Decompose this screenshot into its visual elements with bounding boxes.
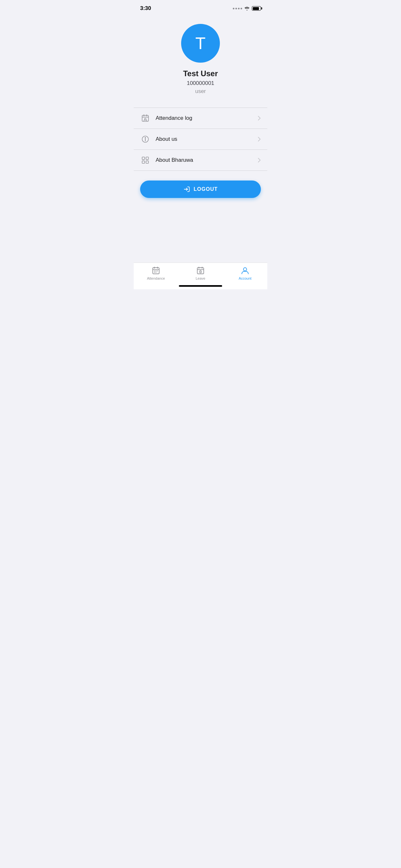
account-tab-label: Account	[239, 276, 251, 280]
menu-item-about-us[interactable]: About us	[134, 129, 267, 150]
logout-section: LOGOUT	[134, 171, 267, 208]
profile-section: T Test User 100000001 user	[134, 14, 267, 104]
battery-icon	[252, 6, 261, 11]
svg-point-29	[243, 268, 247, 271]
svg-rect-18	[156, 271, 157, 271]
info-circle-icon	[140, 134, 150, 144]
tab-leave[interactable]: Leave	[178, 266, 223, 280]
user-id: 100000001	[187, 80, 214, 87]
chevron-right-icon	[258, 136, 261, 142]
logout-button[interactable]: LOGOUT	[140, 181, 261, 198]
menu-item-about-bharuwa[interactable]: About Bharuwa	[134, 150, 267, 171]
tab-account[interactable]: Account	[223, 266, 267, 280]
logout-icon	[183, 186, 190, 193]
svg-rect-20	[154, 272, 155, 273]
svg-rect-19	[157, 271, 158, 271]
avatar: T	[181, 24, 220, 63]
svg-rect-8	[142, 157, 145, 159]
calendar-person-icon	[140, 113, 150, 123]
svg-rect-9	[146, 157, 149, 159]
wifi-icon	[244, 6, 250, 11]
svg-point-28	[200, 272, 201, 273]
user-name: Test User	[183, 69, 218, 78]
svg-rect-17	[154, 271, 155, 271]
account-tab-icon	[241, 266, 250, 275]
about-bharuwa-label: About Bharuwa	[156, 157, 258, 163]
attendance-log-label: Attendance log	[156, 115, 258, 121]
attendance-tab-icon	[151, 266, 160, 275]
status-bar: 3:30	[134, 0, 267, 14]
tab-attendance[interactable]: Attendance	[134, 266, 178, 280]
menu-list: Attendance log About us	[134, 107, 267, 171]
attendance-tab-label: Attendance	[147, 276, 165, 280]
chevron-right-icon	[258, 158, 261, 163]
svg-rect-21	[156, 272, 157, 273]
menu-item-attendance-log[interactable]: Attendance log	[134, 107, 267, 129]
logout-label: LOGOUT	[194, 186, 218, 192]
leave-tab-label: Leave	[196, 276, 205, 280]
grid-icon	[140, 155, 150, 165]
avatar-letter: T	[195, 34, 206, 53]
about-us-label: About us	[156, 136, 258, 143]
user-role: user	[195, 88, 206, 95]
leave-tab-icon	[196, 266, 205, 275]
svg-rect-11	[146, 161, 149, 163]
svg-rect-10	[142, 161, 145, 163]
home-indicator	[179, 285, 222, 287]
status-icons	[233, 6, 261, 11]
svg-point-7	[145, 137, 146, 138]
signal-icon	[233, 8, 242, 9]
status-time: 3:30	[140, 5, 151, 11]
chevron-right-icon	[258, 116, 261, 121]
